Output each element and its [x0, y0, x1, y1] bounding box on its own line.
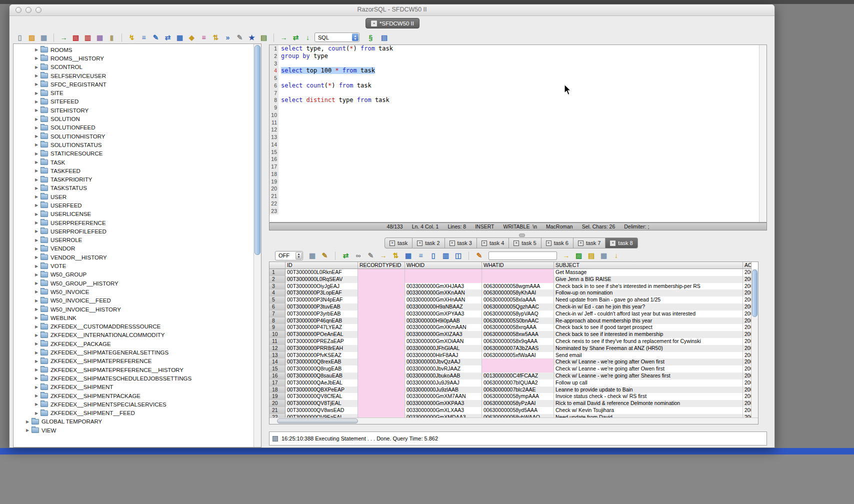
grid-cell[interactable]: 006300000058x9qAAA [482, 338, 554, 345]
grid-cell[interactable]: Check w/ Leanne - we're going after Shea… [554, 372, 743, 380]
row-number-cell[interactable]: 11 [270, 338, 286, 345]
result-tab[interactable]: ×task 3 [445, 238, 477, 248]
grid-cell[interactable]: Check w/ Leanne - we're going after Owen… [554, 366, 743, 372]
grid-cell[interactable]: 00630000005QgzhAAC [482, 304, 554, 310]
table-edit-icon[interactable]: ▦ [403, 250, 414, 261]
grid-cell[interactable] [358, 304, 405, 310]
grid-cell[interactable] [482, 269, 554, 276]
disclosure-triangle-icon[interactable]: ▶ [34, 272, 40, 277]
row-number-cell[interactable]: 9 [270, 324, 286, 331]
editor-line[interactable]: 10 [270, 112, 766, 119]
grid-cell[interactable]: 00630000007bIQUAA2 [482, 380, 554, 386]
grid-cell[interactable]: Check nexis to see if they've found a re… [554, 338, 743, 345]
tree-item[interactable]: ▶TASKPRIORITY [14, 175, 254, 184]
disclosure-triangle-icon[interactable]: ▶ [34, 290, 40, 294]
editor-line[interactable]: 5 [270, 74, 766, 82]
grid-cell[interactable]: 00T3000000QAeJbEAL [286, 380, 358, 386]
tree-item[interactable]: ▶SOLUTIONSTATUS [14, 140, 254, 149]
download-icon[interactable]: ↓ [611, 250, 622, 261]
grid-cell[interactable]: 200 [743, 324, 752, 331]
editor-line[interactable]: 16 [270, 156, 766, 163]
row-number-cell[interactable]: 8 [270, 318, 286, 324]
preview-glasses-icon[interactable]: ∞ [353, 250, 364, 261]
disclosure-triangle-icon[interactable]: ▶ [34, 212, 40, 216]
editor-line[interactable]: 15 [270, 148, 766, 156]
grid-cell[interactable]: 006300000058xlaAAA [482, 296, 554, 304]
copy-rows-icon[interactable]: ▥ [440, 250, 451, 261]
disclosure-triangle-icon[interactable]: ▶ [34, 238, 40, 242]
tree-item[interactable]: ▶SITEHISTORY [14, 106, 254, 114]
tree-item[interactable]: ▶ZKFEDEX__SHIPMATESCHEDULEDJOBSSETTINGS [14, 374, 254, 382]
row-number-cell[interactable]: 7 [270, 310, 286, 318]
save-icon[interactable]: ▦ [307, 250, 318, 261]
grid-cell[interactable]: 00T3000000P46qnEAB [286, 318, 358, 324]
grid-cell[interactable]: 200 [743, 372, 752, 380]
grid-cell[interactable]: 006300000058ympAAA [482, 393, 554, 400]
tree-item[interactable]: ▶SOLUTIONHISTORY [14, 132, 254, 140]
grid-cell[interactable]: 0033000000GmXHnAAN [405, 296, 482, 304]
grid-cell[interactable]: 200 [743, 366, 752, 372]
grid-cell[interactable]: 0033000000GmXIZAA3 [405, 331, 482, 338]
grid-cell[interactable]: Follow-up on nomination [554, 290, 743, 296]
grid-cell[interactable]: 0033000000GmXPYAA3 [405, 310, 482, 318]
grid-cell[interactable] [358, 345, 405, 352]
grid-cell[interactable]: Follow up call [554, 380, 743, 386]
disclosure-triangle-icon[interactable]: ▶ [34, 48, 40, 52]
export-table-icon[interactable]: ⇄ [162, 32, 173, 43]
disclosure-triangle-icon[interactable]: ▶ [34, 411, 40, 416]
grid-cell[interactable]: Check-in w/ Ed - can he join this year? [554, 304, 743, 310]
grid-cell[interactable]: 00T3000000P3yrbEAB [286, 310, 358, 318]
grid-cell[interactable]: 0033000000GmXOiAAN [405, 338, 482, 345]
disclosure-triangle-icon[interactable]: ▶ [34, 220, 40, 225]
editor-line[interactable]: 21 [270, 192, 766, 200]
close-tab-icon[interactable]: × [514, 240, 519, 246]
editor-line[interactable]: 14 [270, 141, 766, 148]
grid-cell[interactable]: 00T3000000Q8rexEAB [286, 358, 358, 366]
grid-cell[interactable] [358, 380, 405, 386]
grid-cell[interactable]: 00630000007A3bZAAS [482, 345, 554, 352]
close-tab-icon[interactable]: × [482, 240, 487, 246]
grid-cell[interactable]: 006300000058wgmAAA [482, 283, 554, 290]
grid-cell[interactable] [358, 324, 405, 331]
grid-cell[interactable]: 00630000005S0bnAAC [482, 318, 554, 324]
tree-item[interactable]: ▶USER [14, 192, 254, 201]
grid-cell[interactable] [358, 276, 405, 283]
tree-item[interactable]: ▶ZKFEDEX__SHIPMENT [14, 383, 254, 392]
tree-item[interactable]: ▶W50_GROUP__HISTORY [14, 279, 254, 288]
save-results-icon[interactable]: ▦ [598, 250, 609, 261]
execute-lightning-icon[interactable]: ↯ [126, 32, 137, 43]
close-tab-icon[interactable]: × [450, 240, 455, 246]
grid-horizontal-scrollbar[interactable] [270, 418, 758, 424]
disclosure-triangle-icon[interactable]: ▶ [34, 74, 40, 78]
grid-cell[interactable]: 00T3000000L0RknEAF [286, 269, 358, 276]
tree-item[interactable]: ▶VENDOR__HISTORY [14, 253, 254, 262]
sidebar-scrollbar[interactable] [254, 44, 261, 447]
disclosure-triangle-icon[interactable]: ▶ [34, 255, 40, 260]
tree-item[interactable]: ▶VOTE [14, 262, 254, 270]
editor-line[interactable]: 20 [270, 185, 766, 192]
disclosure-triangle-icon[interactable]: ▶ [34, 246, 40, 251]
grid-cell[interactable]: 006300000058xw5AAA [482, 331, 554, 338]
grid-cell[interactable]: 200 [743, 393, 752, 400]
grid-cell[interactable]: 00T3000000QV8TjEAL [286, 400, 358, 407]
row-number-cell[interactable]: 3 [270, 283, 286, 290]
editor-line[interactable]: 1select type, count(*) from task [270, 45, 766, 52]
tree-item[interactable]: ▶W50_GROUP [14, 270, 254, 279]
grid-cell[interactable]: 00T3000000QBXPeEAP [286, 386, 358, 394]
grid-cell[interactable] [358, 366, 405, 372]
result-tab[interactable]: ×task 5 [509, 238, 541, 248]
grid-cell[interactable]: Check back to see if interested in membe… [554, 331, 743, 338]
grid-cell[interactable]: 200 [743, 380, 752, 386]
editor-line[interactable]: 11 [270, 119, 766, 126]
grid-cell[interactable]: 00T3000000P47LYEAZ [286, 324, 358, 331]
grid-cell[interactable]: 0033000000HirF8AAJ [405, 352, 482, 359]
grid-cell[interactable] [358, 372, 405, 380]
tree-item[interactable]: ▶ZKFEDEX__SHIPMATEPREFERENCE [14, 357, 254, 366]
grid-cell[interactable]: Check w/ Kevin Tsujihara [554, 407, 743, 414]
grid-cell[interactable]: 200 [743, 318, 752, 324]
insert-row-icon[interactable]: → [378, 250, 388, 261]
editor-line[interactable]: 19 [270, 178, 766, 186]
grid-cell[interactable]: 200 [743, 290, 752, 296]
bookmark-icon[interactable]: ◆ [186, 32, 197, 43]
disclosure-triangle-icon[interactable]: ▶ [34, 342, 40, 346]
